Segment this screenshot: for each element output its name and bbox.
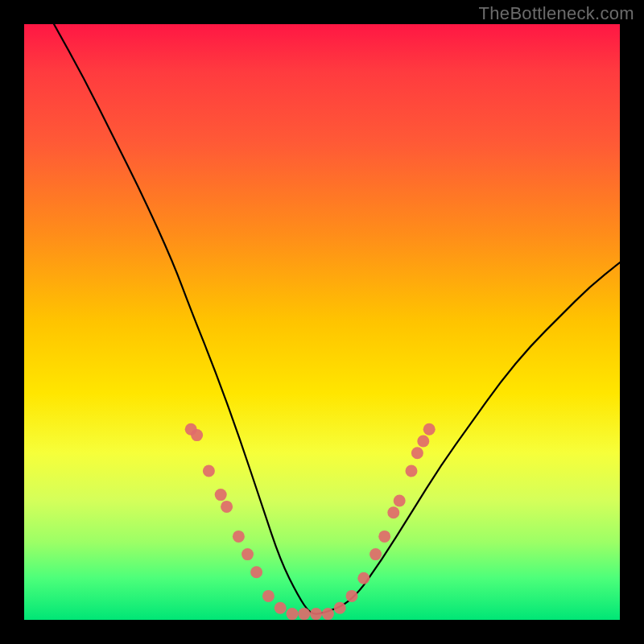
watermark-label: TheBottleneck.com: [479, 3, 634, 24]
scatter-dot: [417, 436, 429, 448]
scatter-dot: [221, 501, 233, 513]
scatter-dot: [233, 530, 245, 543]
scatter-dot: [298, 608, 310, 620]
scatter-dot: [287, 608, 299, 620]
scatter-dot: [357, 572, 369, 584]
scatter-dot: [378, 530, 390, 543]
chart-svg: [24, 24, 620, 620]
scatter-dot: [310, 608, 322, 620]
scatter-dot: [250, 566, 262, 578]
scatter-dot: [406, 465, 418, 477]
scatter-dot: [387, 506, 399, 518]
bottleneck-curve-path: [54, 24, 620, 614]
plot-area: [24, 24, 620, 620]
scatter-dot: [262, 590, 275, 602]
chart-frame: TheBottleneck.com: [0, 0, 644, 644]
scatter-dot: [369, 548, 382, 560]
scatter-dot: [242, 548, 254, 560]
scatter-dot: [411, 447, 423, 459]
scatter-dot: [203, 465, 215, 477]
scatter-dots: [185, 423, 436, 620]
scatter-dot: [322, 608, 334, 620]
scatter-dot: [191, 429, 203, 441]
scatter-dot: [275, 602, 287, 614]
scatter-dot: [394, 495, 406, 507]
scatter-dot: [334, 602, 346, 614]
scatter-dot: [346, 590, 358, 602]
bottleneck-curve: [54, 24, 620, 614]
scatter-dot: [215, 489, 227, 501]
scatter-dot: [423, 423, 436, 436]
